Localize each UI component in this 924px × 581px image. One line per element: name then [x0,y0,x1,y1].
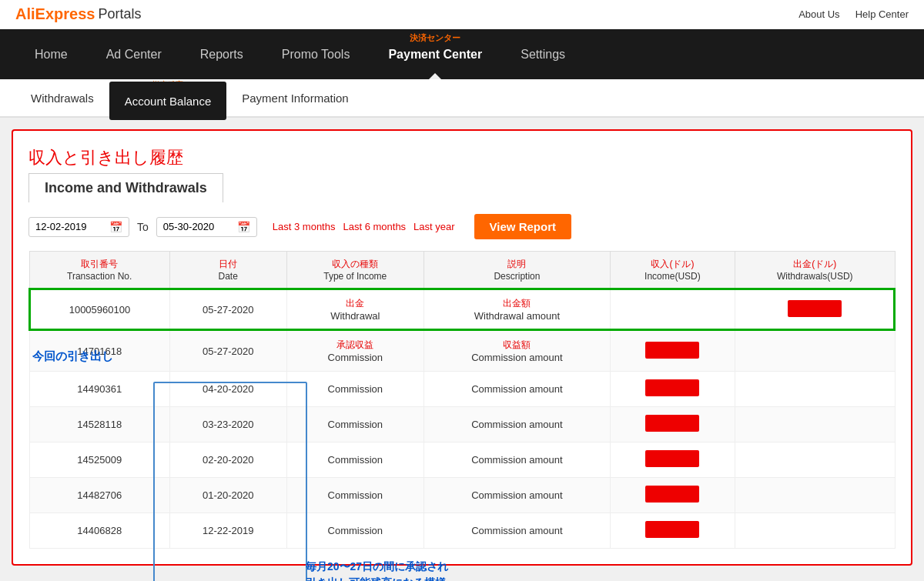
nav-payment-center[interactable]: 決済センター Payment Center [369,29,501,79]
table-row: 1449036104-20-2020CommissionCommission a… [29,372,895,407]
date-to-wrapper: 📅 [156,217,257,237]
nav-settings[interactable]: Settings [501,29,584,79]
date-to-input[interactable] [163,221,233,232]
cell-type: Commission [286,407,424,442]
col-income-usd: 収入(ドル) Income(USD) [610,252,735,289]
col-date: 日付 Date [169,252,286,289]
cell-income [610,478,735,513]
table-row: 1440682812-22-2019CommissionCommission a… [29,513,895,549]
withdrawal-bar [788,300,842,317]
report-container: 収入と引き出し履歴 Income and Withdrawals 📅 To 📅 … [12,129,912,566]
cell-transaction: 14525009 [29,442,169,478]
nav-payment-center-label: 決済センター Payment Center [388,48,482,62]
cell-description: Commission amount [424,407,611,442]
cell-transaction: 14490361 [29,372,169,407]
cell-type: Commission [286,513,424,549]
table-body: 1000596010005-27-2020出金Withdrawal出金額With… [29,289,895,549]
subnav-account-balance[interactable]: Account Balance [109,82,227,120]
nav-reports-label: Reports [200,48,243,62]
help-center-link[interactable]: Help Center [855,8,909,20]
nav-home-label: Home [35,48,68,62]
cell-description: Commission amount [424,442,611,478]
nav-ad-center-label: Ad Center [106,48,162,62]
table-row: 1470161805-27-2020承認収益Commission収益額Commi… [29,330,895,372]
cell-description: 収益額Commission amount [424,330,611,372]
cell-transaction: 10005960100 [29,289,169,330]
last-year-link[interactable]: Last year [413,221,454,232]
cell-transaction: 14701618 [29,330,169,372]
report-title-jp: 収入と引き出し履歴 [28,146,896,169]
date-filter-row: 📅 To 📅 Last 3 months Last 6 months Last … [28,214,896,239]
table-row: 1000596010005-27-2020出金Withdrawal出金額With… [29,289,895,330]
aliexpress-logo: AliExpress Portals [15,5,141,23]
cell-type: Commission [286,442,424,478]
quick-links: Last 3 months Last 6 months Last year [273,221,455,232]
report-title-tab: Income and Withdrawals [28,173,223,202]
col-withdrawals-usd: 出金(ドル) Withdrawals(USD) [735,252,895,289]
cell-description: 出金額Withdrawal amount [424,289,611,330]
subnav-payment-information[interactable]: Payment Information [226,78,363,117]
col-transaction-no: 取引番号 Transaction No. [29,252,169,289]
annotation-monthly: 毎月20〜27日の間に承認され引き出し可能残高になる模様 [306,559,448,581]
nav-home[interactable]: Home [15,29,87,79]
calendar-to-icon[interactable]: 📅 [237,221,250,233]
table-row: 1448270601-20-2020CommissionCommission a… [29,478,895,513]
date-from-input[interactable] [35,221,105,232]
col-description: 説明 Description [424,252,611,289]
cell-date: 05-27-2020 [169,330,286,372]
cell-income [610,372,735,407]
cell-income [610,442,735,478]
cell-date: 03-23-2020 [169,407,286,442]
cell-withdrawal [735,289,895,330]
nav-ad-center[interactable]: Ad Center [87,29,181,79]
cell-description: Commission amount [424,513,611,549]
calendar-from-icon[interactable]: 📅 [109,221,122,233]
cell-type: Commission [286,478,424,513]
cell-date: 02-20-2020 [169,442,286,478]
about-us-link[interactable]: About Us [798,8,839,20]
cell-income [610,330,735,372]
subnav-withdrawals[interactable]: Withdrawals [15,78,109,117]
cell-type: Commission [286,372,424,407]
cell-withdrawal [735,478,895,513]
cell-transaction: 14482706 [29,478,169,513]
cell-type: 出金Withdrawal [286,289,424,330]
cell-withdrawal [735,372,895,407]
col-type-of-income: 収入の種類 Type of Income [286,252,424,289]
cell-type: 承認収益Commission [286,330,424,372]
top-links: About Us Help Center [798,8,909,20]
last-6-months-link[interactable]: Last 6 months [343,221,406,232]
table-wrapper: 取引番号 Transaction No. 日付 Date 収入の種類 Type … [28,251,896,549]
content-area: 収入と引き出し履歴 Income and Withdrawals 📅 To 📅 … [0,118,924,577]
date-from-wrapper: 📅 [28,217,129,237]
cell-income [610,289,735,330]
cell-transaction: 14406828 [29,513,169,549]
to-label: To [137,221,149,233]
nav-settings-label: Settings [521,48,565,62]
nav-reports[interactable]: Reports [181,29,263,79]
payment-center-jp: 決済センター [410,32,460,44]
cell-date: 04-20-2020 [169,372,286,407]
sub-nav: Withdrawals 勘定残高 Account Balance Payment… [0,79,924,118]
top-bar: AliExpress Portals About Us Help Center [0,0,924,29]
cell-withdrawal [735,407,895,442]
logo-ali: Ali [15,5,35,23]
last-3-months-link[interactable]: Last 3 months [273,221,336,232]
cell-transaction: 14528118 [29,407,169,442]
cell-withdrawal [735,330,895,372]
nav-promo-tools[interactable]: Promo Tools [263,29,370,79]
logo-express: Express [35,5,95,23]
table-row: 1452500902-20-2020CommissionCommission a… [29,442,895,478]
cell-withdrawal [735,442,895,478]
cell-description: Commission amount [424,478,611,513]
view-report-button[interactable]: View Report [474,214,571,239]
table-header: 取引番号 Transaction No. 日付 Date 収入の種類 Type … [29,252,895,289]
nav-promo-tools-label: Promo Tools [282,48,350,62]
cell-income [610,513,735,549]
income-bar [645,450,699,467]
main-nav: Home Ad Center Reports Promo Tools 決済センタ… [0,29,924,79]
income-bar [645,486,699,503]
logo-portals: Portals [98,6,141,22]
logo-area: AliExpress Portals [15,5,141,23]
cell-withdrawal [735,513,895,549]
